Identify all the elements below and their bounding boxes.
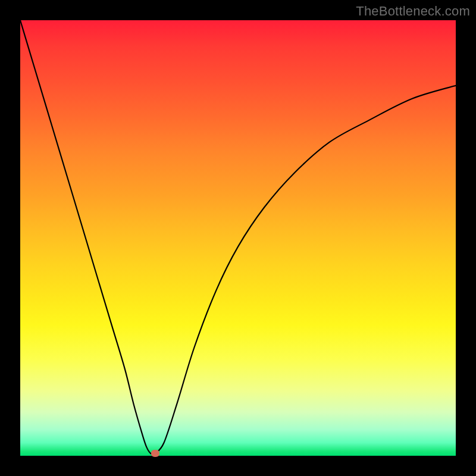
optimal-point-marker: [151, 450, 159, 457]
watermark-text: TheBottleneck.com: [356, 4, 470, 19]
outer-frame: TheBottleneck.com: [0, 0, 476, 476]
bottleneck-curve: [20, 20, 456, 456]
chart-plot-area: [20, 20, 456, 456]
